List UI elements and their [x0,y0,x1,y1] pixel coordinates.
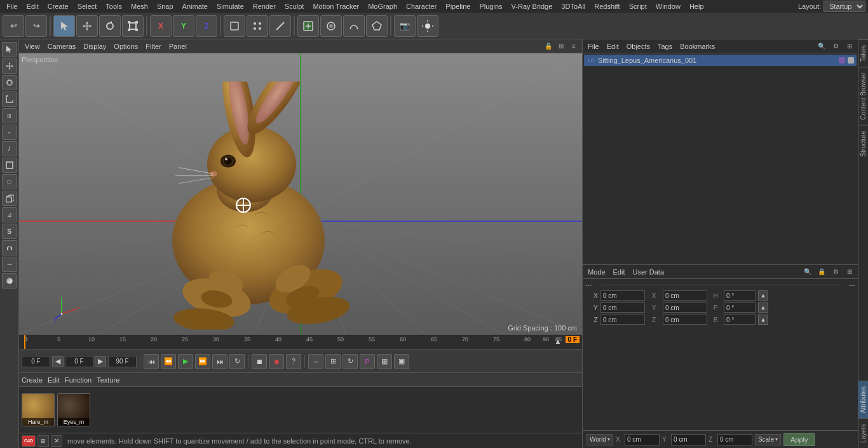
coord-y-input[interactable] [671,434,706,445]
object-row-rabbit[interactable]: L0 Sitting_Lepus_Americanus_001 [584,55,857,66]
left-move-btn[interactable] [2,58,17,74]
menu-plugins[interactable]: Plugins [475,0,506,13]
y-axis-button[interactable]: Y [173,15,194,37]
attr-z-input[interactable] [600,315,645,325]
menu-3dtoall[interactable]: 3DToAll [557,0,589,13]
undo-button[interactable]: ↩ [3,15,24,37]
scale-tool-button[interactable] [122,15,144,37]
rotate-tool-button[interactable] [99,15,121,37]
spline-button[interactable] [343,15,365,37]
left-cube-btn[interactable] [2,191,17,206]
c4d-logo-btn[interactable]: C4D [22,435,36,447]
stop-btn[interactable]: ⏹ [252,354,267,369]
z-axis-button[interactable]: Z [196,15,217,37]
attr-search-icon[interactable]: 🔍 [802,266,813,278]
tab-structure[interactable]: Structure [858,125,868,162]
attr-b-input[interactable] [724,315,756,325]
obj-settings-icon[interactable]: ⚙ [830,41,841,52]
obj-tags-menu[interactable]: Tags [655,43,675,50]
menu-render[interactable]: Render [249,0,280,13]
menu-file[interactable]: File [3,0,22,13]
material-hare[interactable]: Hare_m [22,393,55,426]
frame-current-input[interactable] [65,356,93,367]
vp-options-menu[interactable]: Options [111,43,141,50]
polygon-button[interactable] [366,15,388,37]
left-terrain-btn[interactable]: ⊸ [2,257,17,272]
vp-display-menu[interactable]: Display [80,43,109,50]
coord-x-input[interactable] [625,434,660,445]
menu-mesh[interactable]: Mesh [127,0,152,13]
vp-maximize-icon[interactable]: ⊞ [555,41,567,52]
menu-vray[interactable]: V-Ray Bridge [508,0,557,13]
left-s-btn[interactable]: S [2,224,17,239]
attr-userdata-menu[interactable]: User Data [630,268,667,276]
mat-create-menu[interactable]: Create [22,376,43,384]
attr-x-input[interactable] [600,290,645,301]
apply-button[interactable]: Apply [783,433,815,446]
menu-animate[interactable]: Animate [179,0,212,13]
mat-edit-menu[interactable]: Edit [48,376,60,384]
frame-start-input[interactable] [22,356,50,367]
edge-mode-button[interactable] [269,15,291,37]
viewport-3d[interactable]: Perspective Grid Spacing : 100 cm [19,53,582,334]
obj-bookmarks-menu[interactable]: Bookmarks [677,43,717,50]
attr-mode-menu[interactable]: Mode [585,268,608,276]
status-icon-2[interactable]: ⊞ [37,435,49,447]
menu-select[interactable]: Select [74,0,101,13]
menu-snap[interactable]: Snap [153,0,177,13]
obj-render-dot[interactable] [848,57,854,64]
attr-z-right-input[interactable] [663,315,707,325]
tab-attributes[interactable]: Attributes [858,381,868,418]
menu-script[interactable]: Script [625,0,651,13]
menu-simulate[interactable]: Simulate [213,0,248,13]
world-dropdown[interactable]: World ▾ [587,434,613,445]
menu-edit[interactable]: Edit [23,0,43,13]
vp-panel-menu[interactable]: Panel [166,43,190,50]
menu-help[interactable]: Help [686,0,708,13]
tab-content-browser[interactable]: Content Browser [858,67,868,125]
arrow-up-btn[interactable]: ▶ [95,356,106,367]
scale-key-btn[interactable]: ⊞ [325,354,341,369]
menu-motion-tracker[interactable]: Motion Tracker [309,0,363,13]
attr-x-right-input[interactable] [663,290,707,301]
rotate-key-btn[interactable]: ↻ [342,354,358,369]
left-select-btn[interactable] [2,42,17,57]
redo-button[interactable]: ↪ [25,15,47,37]
obj-edit-menu[interactable]: Edit [604,43,621,50]
vp-filter-menu[interactable]: Filter [142,43,164,50]
obj-objects-menu[interactable]: Objects [624,43,653,50]
mat-function-menu[interactable]: Function [65,376,92,384]
x-axis-button[interactable]: X [150,15,172,37]
attr-b-badge[interactable]: ▲ [758,315,768,325]
move-tool-button[interactable] [76,15,98,37]
obj-expand-icon[interactable]: ⊞ [844,41,855,52]
pos-key-btn[interactable]: P [360,354,375,369]
timeline-ruler[interactable]: 0 5 10 15 20 25 30 35 40 45 50 55 60 65 [19,335,582,349]
left-magnet-btn[interactable] [2,240,17,255]
scale-dropdown[interactable]: Scale ▾ [755,434,781,445]
grid-btn[interactable]: ▦ [377,354,392,369]
attr-y-input[interactable] [600,302,645,313]
tab-layers[interactable]: Layers [858,418,868,448]
left-rotate-btn[interactable] [2,75,17,90]
left-obj-btn[interactable]: ⊞ [2,108,17,123]
material-eyes[interactable]: Eyes_m [57,393,90,426]
attr-h-badge[interactable]: ▲ [758,290,768,301]
attr-expand-icon[interactable]: ⊞ [844,266,855,278]
attr-edit-menu[interactable]: Edit [611,268,628,276]
attr-p-badge[interactable]: ▲ [758,302,768,313]
play-btn[interactable]: ▶ [178,354,193,369]
attr-p-input[interactable] [724,302,756,313]
prev-frame-btn[interactable]: ⏪ [161,354,176,369]
point-mode-button[interactable] [247,15,268,37]
menu-redshift[interactable]: Redshift [590,0,623,13]
frame-arrow[interactable]: ▲ [553,336,563,346]
object-mode-button[interactable] [224,15,245,37]
obj-visibility-dot[interactable] [839,57,845,64]
loop-btn[interactable]: ↻ [229,354,245,369]
left-poly-btn[interactable] [2,158,17,173]
left-gradient-btn[interactable] [2,273,17,288]
left-bend-btn[interactable]: ⊿ [2,207,17,222]
obj-file-menu[interactable]: File [585,43,602,50]
layout-select[interactable]: Startup [824,1,865,12]
